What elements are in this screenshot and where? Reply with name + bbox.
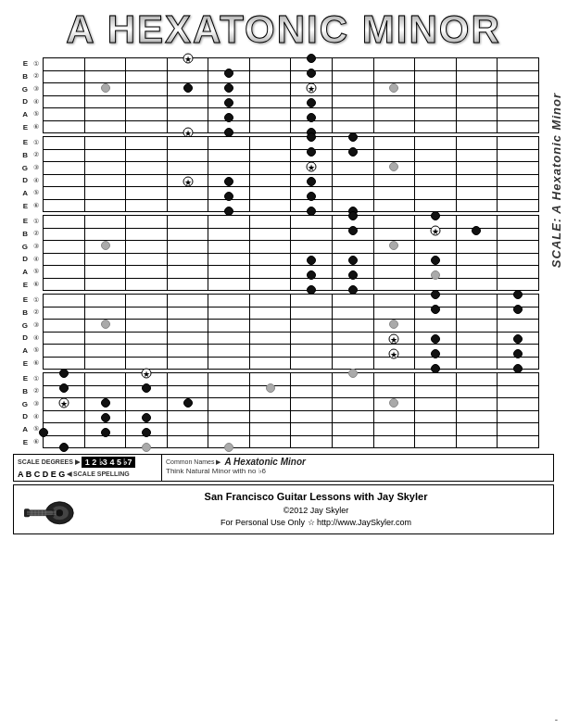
footer: San Francisco Guitar Lessons with Jay Sk…: [13, 484, 554, 534]
scale-degrees-label: SCALE DEGREES ▶: [18, 458, 80, 466]
page-number: -: [555, 714, 558, 724]
svg-point-10: [57, 509, 64, 517]
footer-title: San Francisco Guitar Lessons with Jay Sk…: [86, 489, 546, 505]
fret-numbers: ①②③④⑤⑥: [30, 372, 43, 448]
string-labels: EBGDAE: [13, 136, 30, 212]
scale-spelling-row: A B C D E G ◀ SCALE SPELLING: [18, 470, 158, 479]
fretboard-4: EBGDAE①②③④⑤⑥★★: [13, 294, 539, 370]
main-title: A HEXATONIC MINOR: [9, 7, 558, 52]
common-names-label: Common Names ▶: [166, 458, 220, 466]
diagrams-container: EBGDAE①②③④⑤⑥★★★EBGDAE①②③④⑤⑥★★EBGDAE①②③④⑤…: [0, 56, 567, 450]
footer-personal-use: For Personal Use Only ☆ http://www.JaySk…: [86, 517, 546, 530]
fretboard-1: EBGDAE①②③④⑤⑥★★★: [13, 57, 539, 133]
side-label: SCALE: A Hexatonic Minor: [549, 93, 563, 268]
fret-numbers: ①②③④⑤⑥: [30, 57, 43, 133]
scale-degrees-box: SCALE DEGREES ▶ 1 2 ♭3 4 5 ♭7 A B C D E …: [14, 455, 162, 481]
title-area: A HEXATONIC MINOR: [0, 0, 567, 56]
fret-grid: ★: [43, 215, 539, 291]
page-container: A HEXATONIC MINOR SCALE: A Hexatonic Min…: [0, 0, 567, 534]
string-labels: EBGDAE: [13, 294, 30, 370]
common-names-value: A Hexatonic Minor: [224, 457, 305, 467]
footer-copyright: ©2012 Jay Skyler: [86, 505, 546, 518]
scale-spelling-values: A B C D E G: [18, 470, 65, 479]
info-section: SCALE DEGREES ▶ 1 2 ♭3 4 5 ♭7 A B C D E …: [13, 454, 554, 482]
fretboard-5: EBGDAE①②③④⑤⑥★★: [13, 372, 539, 448]
fret-grid: ★★★: [43, 57, 539, 133]
fretboard-2: EBGDAE①②③④⑤⑥★★: [13, 136, 539, 212]
fret-grid: ★★: [43, 294, 539, 370]
fret-numbers: ①②③④⑤⑥: [30, 215, 43, 291]
fretboard-3: EBGDAE①②③④⑤⑥★: [13, 215, 539, 291]
guitar-icon: [21, 491, 77, 528]
string-labels: EBGDAE: [13, 57, 30, 133]
fret-grid: ★★: [43, 372, 539, 448]
common-names-box: Common Names ▶ A Hexatonic Minor Think N…: [162, 455, 553, 481]
scale-degrees-values: 1 2 ♭3 4 5 ♭7: [82, 457, 136, 468]
fret-grid: ★★: [43, 136, 539, 212]
common-names-header: Common Names ▶ A Hexatonic Minor: [166, 457, 549, 467]
footer-text: San Francisco Guitar Lessons with Jay Sk…: [86, 489, 546, 530]
fret-numbers: ①②③④⑤⑥: [30, 294, 43, 370]
fret-numbers: ①②③④⑤⑥: [30, 136, 43, 212]
common-names-sub: Think Natural Minor with no ♭6: [166, 467, 549, 475]
string-labels: EBGDAE: [13, 372, 30, 448]
scale-spelling-label: ◀ SCALE SPELLING: [67, 471, 130, 478]
string-labels: EBGDAE: [13, 215, 30, 291]
